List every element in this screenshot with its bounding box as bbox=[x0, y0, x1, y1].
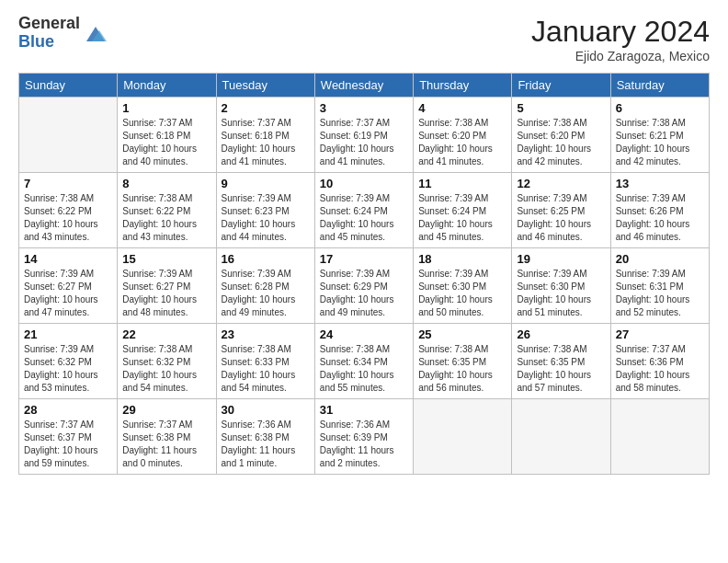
calendar-cell: 27Sunrise: 7:37 AMSunset: 6:36 PMDayligh… bbox=[610, 324, 709, 399]
day-number: 22 bbox=[122, 327, 210, 341]
logo-icon bbox=[83, 21, 108, 47]
calendar-cell: 29Sunrise: 7:37 AMSunset: 6:38 PMDayligh… bbox=[118, 399, 216, 475]
day-info: Sunrise: 7:38 AMSunset: 6:35 PMDaylight:… bbox=[418, 343, 506, 395]
day-info: Sunrise: 7:39 AMSunset: 6:32 PMDaylight:… bbox=[24, 343, 112, 395]
day-number: 29 bbox=[122, 403, 210, 417]
calendar-cell: 28Sunrise: 7:37 AMSunset: 6:37 PMDayligh… bbox=[19, 399, 118, 475]
day-number: 28 bbox=[24, 403, 112, 417]
calendar-week-4: 21Sunrise: 7:39 AMSunset: 6:32 PMDayligh… bbox=[19, 324, 710, 399]
day-info: Sunrise: 7:38 AMSunset: 6:35 PMDaylight:… bbox=[517, 343, 605, 395]
day-info: Sunrise: 7:39 AMSunset: 6:26 PMDaylight:… bbox=[616, 192, 704, 244]
day-number: 16 bbox=[222, 252, 310, 266]
day-info: Sunrise: 7:38 AMSunset: 6:22 PMDaylight:… bbox=[122, 192, 210, 244]
day-number: 7 bbox=[24, 177, 112, 190]
calendar-cell: 5Sunrise: 7:38 AMSunset: 6:20 PMDaylight… bbox=[512, 98, 610, 173]
weekday-header-sunday: Sunday bbox=[19, 74, 118, 98]
day-info: Sunrise: 7:39 AMSunset: 6:27 PMDaylight:… bbox=[24, 268, 112, 319]
calendar-cell: 23Sunrise: 7:38 AMSunset: 6:33 PMDayligh… bbox=[216, 324, 314, 399]
calendar-cell: 22Sunrise: 7:38 AMSunset: 6:32 PMDayligh… bbox=[118, 324, 216, 399]
day-number: 9 bbox=[222, 177, 310, 190]
day-number: 20 bbox=[616, 252, 704, 266]
calendar-cell: 15Sunrise: 7:39 AMSunset: 6:27 PMDayligh… bbox=[118, 248, 216, 324]
day-info: Sunrise: 7:37 AMSunset: 6:18 PMDaylight:… bbox=[222, 117, 310, 168]
calendar-cell bbox=[19, 98, 118, 173]
day-info: Sunrise: 7:36 AMSunset: 6:38 PMDaylight:… bbox=[222, 419, 310, 470]
day-info: Sunrise: 7:39 AMSunset: 6:30 PMDaylight:… bbox=[418, 268, 506, 319]
calendar-cell: 12Sunrise: 7:39 AMSunset: 6:25 PMDayligh… bbox=[512, 173, 610, 248]
calendar-cell: 19Sunrise: 7:39 AMSunset: 6:30 PMDayligh… bbox=[512, 248, 610, 324]
day-number: 4 bbox=[418, 101, 506, 115]
day-info: Sunrise: 7:38 AMSunset: 6:22 PMDaylight:… bbox=[24, 192, 112, 244]
calendar-cell: 18Sunrise: 7:39 AMSunset: 6:30 PMDayligh… bbox=[414, 248, 512, 324]
day-number: 12 bbox=[517, 177, 605, 190]
day-info: Sunrise: 7:39 AMSunset: 6:25 PMDaylight:… bbox=[517, 192, 605, 244]
day-number: 2 bbox=[222, 101, 310, 115]
day-info: Sunrise: 7:38 AMSunset: 6:32 PMDaylight:… bbox=[122, 343, 210, 395]
weekday-header-friday: Friday bbox=[512, 74, 610, 98]
day-number: 23 bbox=[222, 327, 310, 341]
calendar-cell: 13Sunrise: 7:39 AMSunset: 6:26 PMDayligh… bbox=[610, 173, 709, 248]
title-block: January 2024 Ejido Zaragoza, Mexico bbox=[531, 15, 710, 63]
location: Ejido Zaragoza, Mexico bbox=[531, 49, 710, 63]
day-number: 18 bbox=[418, 252, 506, 266]
day-info: Sunrise: 7:38 AMSunset: 6:34 PMDaylight:… bbox=[320, 343, 408, 395]
day-info: Sunrise: 7:39 AMSunset: 6:23 PMDaylight:… bbox=[222, 192, 310, 244]
calendar-cell: 14Sunrise: 7:39 AMSunset: 6:27 PMDayligh… bbox=[19, 248, 118, 324]
calendar-cell: 17Sunrise: 7:39 AMSunset: 6:29 PMDayligh… bbox=[314, 248, 413, 324]
day-number: 10 bbox=[320, 177, 408, 190]
day-info: Sunrise: 7:37 AMSunset: 6:18 PMDaylight:… bbox=[122, 117, 210, 168]
day-info: Sunrise: 7:38 AMSunset: 6:20 PMDaylight:… bbox=[517, 117, 605, 168]
weekday-header-wednesday: Wednesday bbox=[314, 74, 413, 98]
calendar-cell: 11Sunrise: 7:39 AMSunset: 6:24 PMDayligh… bbox=[414, 173, 512, 248]
calendar-cell: 2Sunrise: 7:37 AMSunset: 6:18 PMDaylight… bbox=[216, 98, 314, 173]
day-number: 14 bbox=[24, 252, 112, 266]
calendar-week-1: 1Sunrise: 7:37 AMSunset: 6:18 PMDaylight… bbox=[19, 98, 710, 173]
day-number: 17 bbox=[320, 252, 408, 266]
calendar-cell: 30Sunrise: 7:36 AMSunset: 6:38 PMDayligh… bbox=[216, 399, 314, 475]
weekday-header-saturday: Saturday bbox=[610, 74, 709, 98]
day-info: Sunrise: 7:38 AMSunset: 6:20 PMDaylight:… bbox=[418, 117, 506, 168]
day-number: 11 bbox=[418, 177, 506, 190]
day-info: Sunrise: 7:37 AMSunset: 6:38 PMDaylight:… bbox=[122, 419, 210, 470]
calendar-cell: 21Sunrise: 7:39 AMSunset: 6:32 PMDayligh… bbox=[19, 324, 118, 399]
day-number: 19 bbox=[517, 252, 605, 266]
day-number: 26 bbox=[517, 327, 605, 341]
day-number: 31 bbox=[320, 403, 408, 417]
calendar-cell: 20Sunrise: 7:39 AMSunset: 6:31 PMDayligh… bbox=[610, 248, 709, 324]
day-info: Sunrise: 7:39 AMSunset: 6:30 PMDaylight:… bbox=[517, 268, 605, 319]
day-number: 27 bbox=[616, 327, 704, 341]
calendar-week-3: 14Sunrise: 7:39 AMSunset: 6:27 PMDayligh… bbox=[19, 248, 710, 324]
day-info: Sunrise: 7:37 AMSunset: 6:37 PMDaylight:… bbox=[24, 419, 112, 470]
logo: General Blue bbox=[18, 15, 108, 52]
weekday-header-thursday: Thursday bbox=[414, 74, 512, 98]
calendar-cell: 24Sunrise: 7:38 AMSunset: 6:34 PMDayligh… bbox=[314, 324, 413, 399]
weekday-header-row: SundayMondayTuesdayWednesdayThursdayFrid… bbox=[19, 74, 710, 98]
day-info: Sunrise: 7:36 AMSunset: 6:39 PMDaylight:… bbox=[320, 419, 408, 470]
day-info: Sunrise: 7:39 AMSunset: 6:28 PMDaylight:… bbox=[222, 268, 310, 319]
weekday-header-monday: Monday bbox=[118, 74, 216, 98]
calendar-cell: 3Sunrise: 7:37 AMSunset: 6:19 PMDaylight… bbox=[314, 98, 413, 173]
calendar-cell: 8Sunrise: 7:38 AMSunset: 6:22 PMDaylight… bbox=[118, 173, 216, 248]
day-number: 1 bbox=[122, 101, 210, 115]
calendar-week-2: 7Sunrise: 7:38 AMSunset: 6:22 PMDaylight… bbox=[19, 173, 710, 248]
calendar-cell: 26Sunrise: 7:38 AMSunset: 6:35 PMDayligh… bbox=[512, 324, 610, 399]
calendar-cell: 25Sunrise: 7:38 AMSunset: 6:35 PMDayligh… bbox=[414, 324, 512, 399]
day-info: Sunrise: 7:37 AMSunset: 6:19 PMDaylight:… bbox=[320, 117, 408, 168]
calendar-cell bbox=[610, 399, 709, 475]
calendar-cell: 16Sunrise: 7:39 AMSunset: 6:28 PMDayligh… bbox=[216, 248, 314, 324]
calendar-cell: 1Sunrise: 7:37 AMSunset: 6:18 PMDaylight… bbox=[118, 98, 216, 173]
day-number: 25 bbox=[418, 327, 506, 341]
month-title: January 2024 bbox=[531, 15, 710, 49]
calendar-cell: 6Sunrise: 7:38 AMSunset: 6:21 PMDaylight… bbox=[610, 98, 709, 173]
day-info: Sunrise: 7:39 AMSunset: 6:27 PMDaylight:… bbox=[122, 268, 210, 319]
logo-general-text: General bbox=[18, 15, 80, 33]
day-info: Sunrise: 7:39 AMSunset: 6:29 PMDaylight:… bbox=[320, 268, 408, 319]
day-number: 24 bbox=[320, 327, 408, 341]
day-info: Sunrise: 7:39 AMSunset: 6:24 PMDaylight:… bbox=[320, 192, 408, 244]
day-info: Sunrise: 7:38 AMSunset: 6:21 PMDaylight:… bbox=[616, 117, 704, 168]
day-number: 13 bbox=[616, 177, 704, 190]
day-number: 30 bbox=[222, 403, 310, 417]
calendar-cell: 4Sunrise: 7:38 AMSunset: 6:20 PMDaylight… bbox=[414, 98, 512, 173]
day-number: 5 bbox=[517, 101, 605, 115]
calendar-cell: 9Sunrise: 7:39 AMSunset: 6:23 PMDaylight… bbox=[216, 173, 314, 248]
